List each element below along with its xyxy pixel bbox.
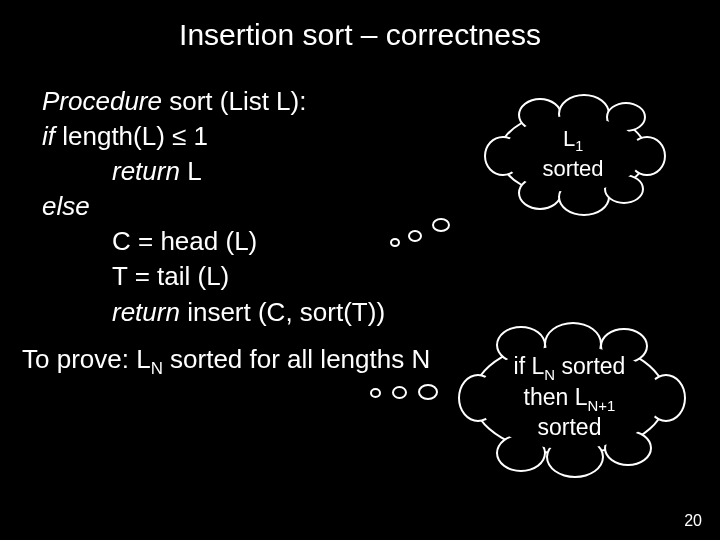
code-l7-rest: insert (C, sort(T)) (187, 297, 385, 327)
prove-sub: N (151, 359, 163, 378)
cloud1-l1a: L (563, 126, 575, 151)
cloud2-line1: if LN sorted (514, 353, 626, 384)
page-number: 20 (684, 512, 702, 530)
kw-return-2: return (112, 297, 187, 327)
cloud2-l2a: then L (524, 384, 588, 410)
code-l1-rest: sort (List L): (162, 86, 306, 116)
code-line-7: return insert (C, sort(T)) (42, 295, 720, 330)
cloud2-l2sub: N+1 (588, 396, 616, 413)
cloud1-line2: sorted (542, 156, 603, 182)
cloud2-l1sub: N (544, 366, 555, 383)
thought-trail-dot (418, 384, 438, 400)
thought-trail-dot (392, 386, 407, 399)
code-l3-rest: L (180, 156, 202, 186)
kw-procedure: Procedure (42, 86, 162, 116)
kw-else: else (42, 191, 90, 221)
slide-title: Insertion sort – correctness (0, 0, 720, 62)
kw-return-1: return (112, 156, 180, 186)
cloud2-l1a: if L (514, 353, 545, 379)
cloud2-line3: sorted (514, 414, 626, 442)
code-l2-rest: length(L) ≤ 1 (55, 121, 208, 151)
thought-trail-dot (370, 388, 381, 398)
prove-b: sorted for all lengths N (163, 344, 430, 374)
thought-cloud-inductive-step: if LN sorted then LN+1 sorted (472, 340, 682, 455)
prove-a: To prove: L (22, 344, 151, 374)
thought-trail-dot (408, 230, 422, 242)
kw-if: if (42, 121, 55, 151)
thought-cloud-base-case: L1 sorted (498, 110, 668, 198)
cloud2-l1b: sorted (555, 353, 625, 379)
cloud1-line1: L1 (542, 126, 603, 156)
cloud2-line2: then LN+1 (514, 384, 626, 415)
thought-trail-dot (390, 238, 400, 247)
code-line-5: C = head (L) (42, 224, 720, 259)
cloud1-l1sub: 1 (575, 138, 583, 154)
code-line-6: T = tail (L) (42, 259, 720, 294)
thought-trail-dot (432, 218, 450, 232)
